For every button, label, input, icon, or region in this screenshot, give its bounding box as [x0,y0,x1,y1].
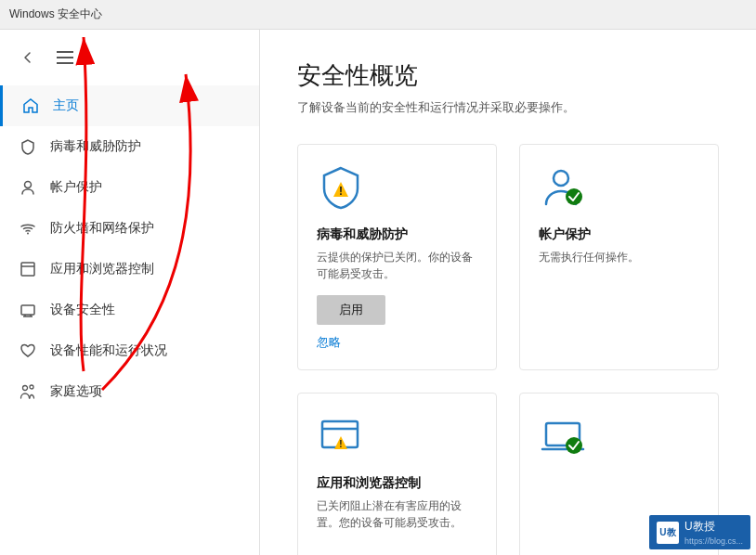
svg-text:!: ! [339,439,342,449]
heart-icon [19,342,37,360]
sidebar-item-virus[interactable]: 病毒和威胁防护 [0,126,259,167]
sidebar-top [0,37,259,78]
sidebar-item-performance[interactable]: 设备性能和运行状况 [0,330,259,371]
svg-point-12 [566,188,582,205]
svg-point-8 [23,386,28,391]
hamburger-button[interactable] [52,45,78,71]
svg-point-1 [27,233,29,235]
svg-rect-4 [21,305,34,315]
account-card-title: 帐户保护 [539,226,699,243]
card-account: 帐户保护 无需执行任何操作。 [519,144,719,370]
family-icon [19,382,37,401]
app-icon [19,260,37,278]
sidebar-item-label-app: 应用和浏览器控制 [50,261,154,278]
sidebar-item-label-account: 帐户保护 [50,179,102,196]
virus-card-title: 病毒和威胁防护 [317,226,477,243]
svg-text:!: ! [339,185,343,198]
wifi-icon [19,219,37,238]
sidebar-item-label-home: 主页 [53,97,79,114]
main-content: 主页 病毒和威胁防护 [0,30,756,555]
device-icon [19,301,37,319]
account-icon [19,178,37,197]
sidebar-item-firewall[interactable]: 防火墙和网络保护 [0,208,259,249]
svg-rect-2 [21,263,34,276]
svg-point-11 [554,171,568,186]
sidebar-item-family[interactable]: 家庭选项 [0,371,259,412]
sidebar-item-label-device: 设备安全性 [50,302,115,318]
sidebar-item-device[interactable]: 设备安全性 [0,290,259,330]
sidebar-item-home[interactable]: 主页 [0,85,259,126]
page-subtitle: 了解设备当前的安全性和运行情况并采取必要操作。 [297,99,719,116]
sidebar-item-label-family: 家庭选项 [50,383,102,400]
sidebar-item-label-firewall: 防火墙和网络保护 [50,220,154,237]
sidebar-item-app[interactable]: 应用和浏览器控制 [0,249,259,290]
watermark-icon: U教 [657,522,679,544]
right-content: 安全性概览 了解设备当前的安全性和运行情况并采取必要操作。 ! 病毒和 [260,30,756,555]
sidebar-item-account[interactable]: 帐户保护 [0,167,259,208]
back-button[interactable] [15,45,41,71]
home-icon [21,97,40,115]
sidebar-item-label-performance: 设备性能和运行状况 [50,342,167,359]
card-app: ! 应用和浏览器控制 已关闭阻止潜在有害应用的设置。您的设备可能易受攻击。 [297,393,497,555]
svg-point-18 [566,437,582,454]
svg-point-9 [30,385,33,389]
title-bar: Windows 安全中心 [0,0,756,30]
watermark-text: U教授 https://blog.cs... [684,519,743,546]
cards-grid: ! 病毒和威胁防护 云提供的保护已关闭。你的设备可能易受攻击。 启用 忽略 [297,144,719,555]
page-title: 安全性概览 [297,59,719,92]
virus-card-desc: 云提供的保护已关闭。你的设备可能易受攻击。 [317,249,477,282]
watermark-url: https://blog.cs... [684,536,743,546]
title-bar-text: Windows 安全中心 [9,6,102,22]
app-window: Windows 安全中心 [0,0,756,555]
app-card-icon: ! [317,412,477,464]
account-card-icon [539,163,699,215]
sidebar-item-label-virus: 病毒和威胁防护 [50,138,141,155]
sidebar: 主页 病毒和威胁防护 [0,30,260,555]
enable-button[interactable]: 启用 [317,295,385,325]
watermark: U教 U教授 https://blog.cs... [649,515,750,549]
ignore-link[interactable]: 忽略 [317,334,477,351]
device-card-icon [539,412,699,464]
svg-point-0 [25,182,32,188]
sidebar-navigation: 主页 病毒和威胁防护 [0,85,259,412]
virus-card-icon: ! [317,163,477,215]
shield-icon [19,137,37,156]
card-virus: ! 病毒和威胁防护 云提供的保护已关闭。你的设备可能易受攻击。 启用 忽略 [297,144,497,370]
account-card-desc: 无需执行任何操作。 [539,249,699,265]
app-card-title: 应用和浏览器控制 [317,475,477,492]
app-card-desc: 已关闭阻止潜在有害应用的设置。您的设备可能易受攻击。 [317,497,477,531]
